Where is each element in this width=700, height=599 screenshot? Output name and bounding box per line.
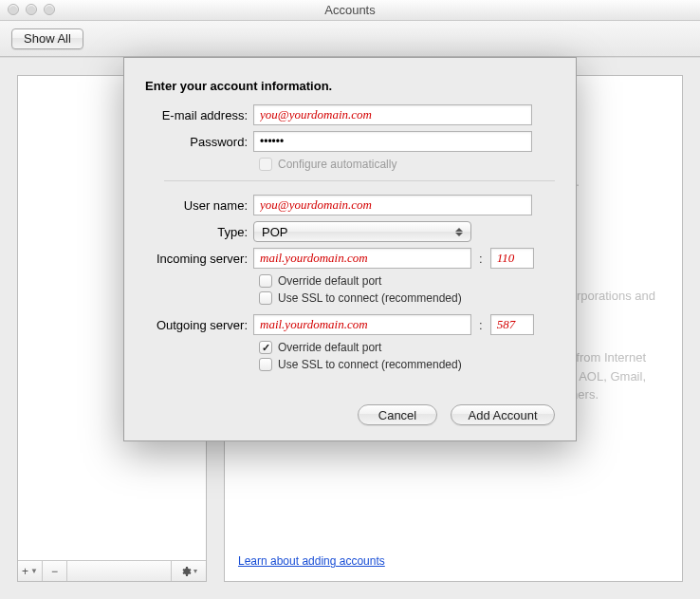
outgoing-ssl-row[interactable]: Use SSL to connect (recommended) [259, 358, 555, 371]
email-label: E-mail address: [145, 108, 253, 122]
incoming-override-checkbox[interactable] [259, 274, 272, 288]
plus-icon: + [22, 565, 28, 578]
configure-auto-checkbox[interactable] [259, 158, 272, 171]
sidebar-footer: +▼ − ▾ [18, 560, 206, 581]
zoom-icon[interactable] [44, 4, 55, 15]
toolbar: Show All [0, 21, 700, 57]
chevron-down-icon: ▾ [193, 567, 197, 575]
incoming-server-field[interactable] [253, 248, 471, 269]
updown-icon [452, 223, 466, 240]
type-label: Type: [145, 225, 253, 239]
outgoing-ssl-label: Use SSL to connect (recommended) [278, 358, 462, 371]
incoming-ssl-label: Use SSL to connect (recommended) [278, 291, 462, 305]
minus-icon: − [51, 565, 58, 578]
window-title: Accounts [0, 0, 700, 21]
dialog-title: Enter your account information. [145, 79, 555, 93]
type-value: POP [262, 225, 287, 239]
add-account-button[interactable]: Add Account [451, 404, 555, 425]
outgoing-label: Outgoing server: [145, 318, 253, 332]
incoming-ssl-row[interactable]: Use SSL to connect (recommended) [259, 291, 555, 305]
username-label: User name: [145, 198, 253, 213]
outgoing-port-field[interactable] [490, 314, 534, 335]
configure-auto-row[interactable]: Configure automatically [259, 158, 555, 171]
incoming-label: Incoming server: [145, 252, 253, 266]
password-field[interactable] [253, 131, 532, 152]
username-field[interactable] [253, 195, 532, 215]
configure-auto-label: Configure automatically [278, 158, 396, 171]
incoming-ssl-checkbox[interactable] [259, 291, 272, 305]
remove-account-button[interactable]: − [43, 561, 67, 581]
sidebar-footer-spacer [67, 561, 172, 581]
outgoing-ssl-checkbox[interactable] [259, 358, 272, 371]
incoming-port-field[interactable] [490, 248, 534, 269]
divider [164, 180, 555, 181]
incoming-override-row[interactable]: Override default port [259, 274, 555, 288]
password-label: Password: [145, 135, 253, 149]
titlebar: Accounts [0, 0, 700, 21]
show-all-button[interactable]: Show All [11, 28, 83, 49]
add-account-button[interactable]: +▼ [18, 561, 43, 581]
add-account-dialog: Enter your account information. E-mail a… [123, 57, 577, 441]
outgoing-override-checkbox[interactable] [259, 341, 272, 354]
incoming-override-label: Override default port [278, 274, 381, 288]
chevron-down-icon: ▼ [30, 567, 38, 575]
cancel-button[interactable]: Cancel [358, 404, 437, 425]
sidebar-actions-button[interactable]: ▾ [172, 561, 206, 581]
outgoing-override-label: Override default port [278, 341, 381, 354]
port-separator: : [471, 252, 490, 266]
outgoing-server-field[interactable] [253, 314, 471, 335]
port-separator: : [471, 318, 490, 332]
type-select[interactable]: POP [253, 221, 471, 242]
email-field[interactable] [253, 104, 532, 125]
gear-icon [180, 566, 192, 577]
close-icon[interactable] [8, 4, 19, 15]
window-controls [8, 4, 55, 15]
outgoing-override-row[interactable]: Override default port [259, 341, 555, 354]
minimize-icon[interactable] [26, 4, 37, 15]
learn-link[interactable]: Learn about adding accounts [238, 554, 385, 568]
